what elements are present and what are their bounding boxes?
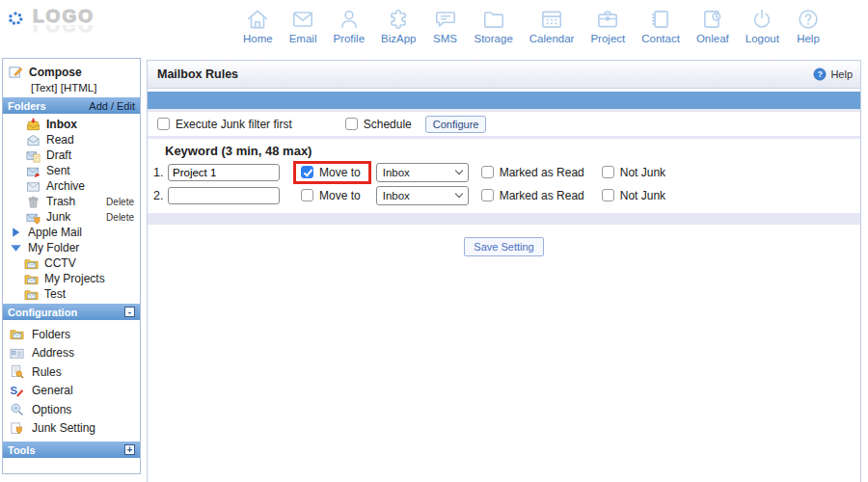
checkbox[interactable] <box>301 189 313 201</box>
not-junk-checkbox-1[interactable]: Not Junk <box>602 166 665 179</box>
sidebar-item-junk[interactable]: Junk Delete <box>3 209 140 225</box>
sidebar-item-apple-mail[interactable]: Apple Mail <box>3 225 140 240</box>
help-link[interactable]: ? Help <box>813 67 853 81</box>
tools-section-header: Tools + <box>3 442 140 458</box>
compose-icon <box>9 65 23 79</box>
main-panel: Mailbox Rules ? Help Execute Junk filter… <box>147 60 861 482</box>
marked-as-read-checkbox-1[interactable]: Marked as Read <box>481 166 584 179</box>
sidebar-item-my-projects[interactable]: My Projects <box>3 271 140 286</box>
compose-text-link[interactable]: [Text] <box>31 82 57 94</box>
nav-item-project[interactable]: Project <box>590 7 625 44</box>
filter-options-row: Execute Junk filter first Schedule Confi… <box>148 112 860 136</box>
nav-item-email[interactable]: Email <box>289 7 317 44</box>
clock-doc-icon <box>700 7 725 32</box>
marked-as-read-checkbox-2[interactable]: Marked as Read <box>481 189 584 202</box>
sidebar-item-config-general[interactable]: S General <box>3 382 140 401</box>
sent-icon <box>26 164 41 178</box>
move-to-checkbox-2[interactable]: Move to <box>293 184 371 207</box>
nav-item-onleaf[interactable]: Onleaf <box>696 7 729 44</box>
notebook-icon <box>648 7 673 32</box>
nav-item-profile[interactable]: Profile <box>333 7 365 44</box>
folder-mail-icon <box>10 327 24 341</box>
trash-icon <box>26 195 41 209</box>
content-divider-bar <box>148 92 860 109</box>
nav-item-bizapp[interactable]: BizApp <box>381 7 416 44</box>
sidebar-item-archive[interactable]: Archive <box>3 178 140 194</box>
nav-item-contact[interactable]: Contact <box>641 7 680 44</box>
sidebar-item-config-junk-setting[interactable]: Junk Setting <box>3 419 140 439</box>
checkbox[interactable] <box>481 189 494 201</box>
keyword-input-1[interactable] <box>168 164 280 181</box>
folder-select-1[interactable]: Inbox <box>376 163 469 182</box>
sidebar-item-sent[interactable]: Sent <box>3 163 140 178</box>
move-to-checkbox-1[interactable]: Move to <box>293 161 371 184</box>
main-header: Mailbox Rules ? Help <box>148 61 860 89</box>
question-icon <box>796 7 821 32</box>
sidebar-item-my-folder[interactable]: My Folder <box>3 240 140 255</box>
sidebar-item-config-options[interactable]: Options <box>3 400 140 419</box>
checkbox[interactable] <box>481 166 494 178</box>
power-icon <box>749 7 774 32</box>
read-icon <box>26 133 41 147</box>
configure-button[interactable]: Configure <box>425 116 487 133</box>
configuration-section-header: Configuration - <box>3 304 140 320</box>
chevron-down-icon <box>454 190 462 198</box>
sidebar-item-config-rules[interactable]: Rules <box>3 362 140 382</box>
folder-icon <box>481 7 506 32</box>
schedule-checkbox[interactable]: Schedule <box>345 118 412 131</box>
execute-junk-filter-checkbox[interactable]: Execute Junk filter first <box>157 118 292 131</box>
puzzle-icon <box>386 7 411 32</box>
logo: LOGO LOGO <box>8 8 95 34</box>
checkbox[interactable] <box>602 166 614 178</box>
checkbox[interactable] <box>602 189 614 201</box>
checkbox[interactable] <box>345 118 358 130</box>
triangle-down-icon <box>9 241 23 255</box>
svg-text:S: S <box>10 385 17 396</box>
keyword-input-2[interactable] <box>168 187 280 204</box>
logo-text: LOGO <box>33 8 95 25</box>
nav-item-logout[interactable]: Logout <box>746 7 779 44</box>
sidebar-item-config-address[interactable]: Address <box>3 344 140 363</box>
sidebar-item-test[interactable]: Test <box>3 286 140 302</box>
nav-item-home[interactable]: Home <box>243 7 273 44</box>
rule-row-1: 1. Move to Inbox Marked as Read Not Junk <box>148 161 860 183</box>
svg-text:?: ? <box>818 69 823 79</box>
home-icon <box>245 7 270 32</box>
briefcase-icon <box>595 7 620 32</box>
junk-delete-link[interactable]: Delete <box>106 212 134 223</box>
sidebar-item-inbox[interactable]: Inbox <box>3 117 140 132</box>
folder-select-2[interactable]: Inbox <box>376 186 469 205</box>
sidebar-item-trash[interactable]: Trash Delete <box>3 194 140 209</box>
not-junk-checkbox-2[interactable]: Not Junk <box>602 189 665 202</box>
page-title: Mailbox Rules <box>157 67 238 81</box>
compose-html-link[interactable]: [HTML] <box>61 82 97 94</box>
chat-icon <box>433 7 458 32</box>
configuration-collapse-toggle[interactable]: - <box>124 307 135 317</box>
sidebar-item-draft[interactable]: Draft <box>3 147 140 163</box>
address-card-icon <box>10 346 24 361</box>
checkbox[interactable] <box>301 166 313 178</box>
folders-add-edit-link[interactable]: Add / Edit <box>89 100 135 112</box>
trash-delete-link[interactable]: Delete <box>106 197 134 207</box>
rule-row-2: 2. Move to Inbox Marked as Read Not Junk <box>148 184 860 206</box>
sidebar-item-cctv[interactable]: CCTV <box>3 255 140 271</box>
top-navigation: Home Email Profile BizApp SMS Storage <box>243 7 821 44</box>
tools-expand-toggle[interactable]: + <box>124 444 135 455</box>
inbox-icon <box>26 118 41 132</box>
sidebar-item-config-folders[interactable]: Folders <box>3 325 140 344</box>
top-bar: LOGO LOGO Home Email Profile BizApp <box>0 0 868 54</box>
chevron-down-icon <box>454 167 462 174</box>
nav-item-storage[interactable]: Storage <box>475 7 513 44</box>
help-circle-icon: ? <box>813 67 827 81</box>
nav-item-help[interactable]: Help <box>796 7 821 44</box>
save-setting-button[interactable]: Save Setting <box>464 237 543 256</box>
nav-item-calendar[interactable]: Calendar <box>529 7 575 44</box>
logo-burst-icon <box>8 11 23 26</box>
draft-icon <box>26 148 41 163</box>
compose-button[interactable]: Compose <box>9 65 134 79</box>
folder-mail-icon <box>24 272 39 286</box>
sidebar-item-read[interactable]: Read <box>3 132 140 147</box>
calendar-icon <box>539 7 564 32</box>
checkbox[interactable] <box>157 118 170 130</box>
nav-item-sms[interactable]: SMS <box>433 7 458 44</box>
